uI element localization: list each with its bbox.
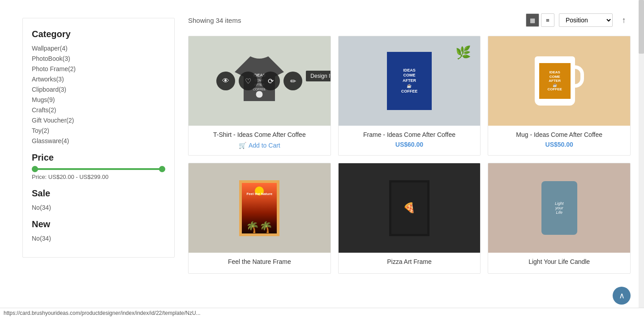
new-option[interactable]: No(34): [32, 235, 165, 242]
compare-button-6[interactable]: ⟳: [561, 199, 580, 217]
add-to-cart-button-1[interactable]: 🛒 Add to Cart: [236, 141, 283, 150]
top-bar-right: ▦ ≡ Position Name Price Newest ↑: [526, 13, 631, 27]
sidebar-item-artworks[interactable]: Artworks(3): [32, 76, 165, 83]
wishlist-button-5[interactable]: ♡: [389, 199, 408, 217]
view-icons: ▦ ≡: [526, 13, 554, 27]
wishlist-button-4[interactable]: ♡: [239, 199, 258, 217]
sidebar-item-clipboard[interactable]: Clipboard(3): [32, 86, 165, 93]
product-name-4: Feel the Nature Frame: [193, 258, 326, 265]
product-info-6: Light Your Life Candle: [488, 253, 630, 273]
design-button-6[interactable]: ✏: [584, 199, 602, 217]
sale-title: Sale: [32, 188, 165, 199]
design-button-4[interactable]: ✏: [283, 199, 302, 217]
design-button-2[interactable]: ✏: [434, 72, 452, 90]
wishlist-button-3[interactable]: ♡: [539, 72, 558, 90]
price-slider-thumb-left[interactable]: [32, 166, 38, 172]
product-card-5: 🍕 👁 ♡ ⟳ ✏ Pizza Art Frame: [338, 163, 481, 274]
product-price-3: US$50.00: [493, 141, 626, 148]
product-info-5: Pizza Art Frame: [339, 253, 481, 273]
arrow-up-icon: ↑: [622, 16, 626, 25]
price-slider-track[interactable]: [32, 168, 165, 170]
design-button-1[interactable]: ✏: [283, 72, 302, 90]
price-slider-thumb-right[interactable]: [159, 166, 165, 172]
grid-small-icon: ▦: [530, 17, 535, 24]
product-image-candle: LightyourLife 👁 ♡ ⟳ ✏: [488, 163, 630, 253]
compare-button-2[interactable]: ⟳: [411, 72, 430, 90]
product-info-1: T-Shirt - Ideas Come After Coffee 🛒 Add …: [189, 126, 331, 155]
sidebar-item-glassware[interactable]: Glassware(4): [32, 137, 165, 144]
sidebar-item-photo-frame[interactable]: Photo Frame(2): [32, 65, 165, 72]
design-it-label: Design It: [306, 71, 330, 81]
product-price-2: US$60.00: [343, 141, 476, 148]
product-info-4: Feel the Nature Frame: [189, 253, 331, 273]
pencil-icon: ✏: [290, 77, 296, 85]
compare-button-3[interactable]: ⟳: [561, 72, 580, 90]
list-view-button[interactable]: ≡: [541, 13, 554, 27]
product-overlay-1: 👁 ♡ ⟳ ✏: [189, 36, 331, 126]
product-name-1: T-Shirt - Ideas Come After Coffee: [193, 131, 326, 138]
sidebar-item-toy[interactable]: Toy(2): [32, 127, 165, 134]
product-card-3: IDEASCOMEAFTER☕COFFEE 👁 ♡ ⟳ ✏ Mug - Idea…: [488, 36, 631, 156]
product-name-2: Frame - Ideas Come After Coffee: [343, 131, 476, 138]
quick-view-button-2[interactable]: 👁: [366, 72, 385, 90]
quick-view-button-3[interactable]: 👁: [516, 72, 535, 90]
quick-view-button-4[interactable]: 👁: [216, 199, 235, 217]
sidebar-item-crafts[interactable]: Crafts(2): [32, 106, 165, 114]
status-bar: https://card.brushyourideas.com/productd…: [0, 308, 644, 318]
sidebar-item-wallpaper[interactable]: Wallpaper(4): [32, 45, 165, 52]
sort-direction-button[interactable]: ↑: [617, 13, 631, 27]
add-to-cart-label: Add to Cart: [249, 142, 280, 149]
design-button-5[interactable]: ✏: [434, 199, 452, 217]
chevron-up-icon: ∧: [619, 291, 625, 301]
product-image-nature: Feel the Nature 🌴🌴 👁 ♡ ⟳ ✏: [189, 163, 331, 253]
product-info-2: Frame - Ideas Come After Coffee US$60.00: [339, 126, 481, 153]
product-image-mug: IDEASCOMEAFTER☕COFFEE 👁 ♡ ⟳ ✏: [488, 36, 630, 126]
design-button-3[interactable]: ✏: [584, 72, 602, 90]
status-url: https://card.brushyourideas.com/productd…: [4, 310, 201, 316]
main-content: Showing 34 items ▦ ≡ Position Name Price…: [175, 0, 644, 318]
product-card-2: IDEAS COME AFTER ☕ COFFEE 🌿: [338, 36, 481, 156]
sale-option[interactable]: No(34): [32, 204, 165, 211]
wishlist-button-6[interactable]: ♡: [539, 199, 558, 217]
quick-view-button-6[interactable]: 👁: [516, 199, 535, 217]
scrollbar[interactable]: [639, 0, 644, 318]
sidebar: Category Wallpaper(4)PhotoBook(3)Photo F…: [22, 18, 175, 258]
product-card-1: IDEAS COME AFTER COFFEE 👁: [188, 36, 331, 156]
sidebar-item-gift-voucher[interactable]: Gift Voucher(2): [32, 117, 165, 124]
compare-button-5[interactable]: ⟳: [411, 199, 430, 217]
quick-view-button-1[interactable]: 👁: [216, 72, 235, 90]
refresh-icon: ⟳: [268, 77, 274, 85]
scrollbar-thumb[interactable]: [639, 0, 644, 54]
compare-button-1[interactable]: ⟳: [261, 72, 280, 90]
product-info-3: Mug - Ideas Come After Coffee US$50.00: [488, 126, 630, 153]
product-grid: IDEAS COME AFTER COFFEE 👁: [188, 36, 631, 274]
product-card-6: LightyourLife 👁 ♡ ⟳ ✏ Light Your Life Ca…: [488, 163, 631, 274]
product-name-6: Light Your Life Candle: [493, 258, 626, 265]
compare-button-4[interactable]: ⟳: [261, 199, 280, 217]
product-image-pizza: 🍕 👁 ♡ ⟳ ✏: [339, 163, 481, 253]
top-bar: Showing 34 items ▦ ≡ Position Name Price…: [188, 13, 631, 27]
category-title: Category: [32, 29, 165, 39]
heart-icon: ♡: [245, 77, 251, 85]
category-list: Wallpaper(4)PhotoBook(3)Photo Frame(2)Ar…: [32, 45, 165, 144]
sidebar-item-mugs[interactable]: Mugs(9): [32, 96, 165, 103]
cart-icon: 🛒: [239, 142, 246, 149]
back-to-top-button[interactable]: ∧: [613, 287, 631, 305]
showing-text: Showing 34 items: [188, 17, 241, 24]
product-name-3: Mug - Ideas Come After Coffee: [493, 131, 626, 138]
product-name-5: Pizza Art Frame: [343, 258, 476, 265]
quick-view-button-5[interactable]: 👁: [366, 199, 385, 217]
sidebar-item-photobook[interactable]: PhotoBook(3): [32, 55, 165, 62]
product-card-4: Feel the Nature 🌴🌴 👁 ♡ ⟳ ✏ Feel the Natu…: [188, 163, 331, 274]
price-label: Price: US$20.00 - US$299.00: [32, 174, 165, 180]
price-title: Price: [32, 153, 165, 163]
wishlist-button-2[interactable]: ♡: [389, 72, 408, 90]
new-title: New: [32, 219, 165, 229]
grid-list-icon: ≡: [546, 17, 550, 24]
eye-icon: 👁: [222, 77, 229, 85]
grid-view-button[interactable]: ▦: [526, 13, 539, 27]
sort-select[interactable]: Position Name Price Newest: [559, 13, 613, 27]
wishlist-button-1[interactable]: ♡: [239, 72, 258, 90]
product-image-frame: IDEAS COME AFTER ☕ COFFEE 🌿: [339, 36, 481, 126]
product-image-tshirt: IDEAS COME AFTER COFFEE 👁: [189, 36, 331, 126]
